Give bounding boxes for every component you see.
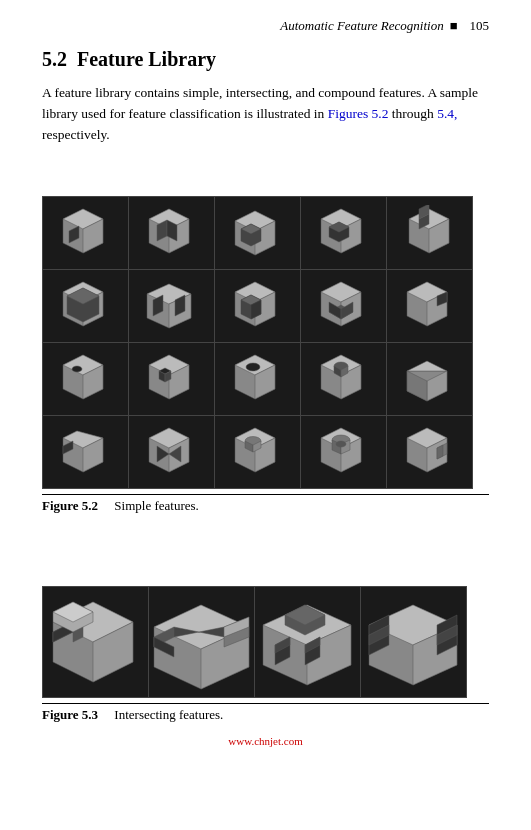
shape-r4c2 xyxy=(141,424,203,480)
shape-r2c1 xyxy=(55,278,117,334)
figure52-label: Figure 5.2 xyxy=(42,498,98,513)
svg-point-63 xyxy=(246,363,260,371)
header-title: Automatic Feature Recognition xyxy=(280,18,443,34)
figure53-container: Figure 5.3 Intersecting features. xyxy=(42,586,489,723)
grid-cell-2-5 xyxy=(387,270,472,342)
page-number: 105 xyxy=(470,18,490,34)
fig53-shape-1 xyxy=(43,587,148,697)
shape-r4c4 xyxy=(313,424,375,480)
fig53-cell-1 xyxy=(43,587,148,697)
grid-cell-4-4 xyxy=(301,416,386,488)
grid-cell-2-4 xyxy=(301,270,386,342)
fig53-shape-4 xyxy=(361,587,466,697)
svg-marker-71 xyxy=(407,361,447,371)
spacer1 xyxy=(42,160,489,178)
grid-cell-2-3 xyxy=(215,270,300,342)
figure52-grid xyxy=(42,196,473,489)
grid-cell-3-2 xyxy=(129,343,214,415)
fig53-cell-2 xyxy=(149,587,254,697)
svg-point-95 xyxy=(336,441,346,447)
shape-r2c5 xyxy=(399,278,461,334)
figure53-label: Figure 5.3 xyxy=(42,707,98,722)
grid-cell-3-5 xyxy=(387,343,472,415)
grid-cell-3-1 xyxy=(43,343,128,415)
grid-cell-1-3 xyxy=(215,197,300,269)
shape-r1c4 xyxy=(313,205,375,261)
fig53-cell-3 xyxy=(255,587,360,697)
shape-r4c3 xyxy=(227,424,289,480)
grid-cell-4-3 xyxy=(215,416,300,488)
grid-cell-3-4 xyxy=(301,343,386,415)
fig53-cell-4 xyxy=(361,587,466,697)
shape-r3c2 xyxy=(141,351,203,407)
grid-cell-4-2 xyxy=(129,416,214,488)
svg-point-53 xyxy=(72,366,82,372)
spacer3 xyxy=(42,538,489,556)
shape-r4c5 xyxy=(399,424,461,480)
watermark: www.chnjet.com xyxy=(42,735,489,747)
grid-cell-4-5 xyxy=(387,416,472,488)
shape-r1c2 xyxy=(141,205,203,261)
shape-r3c3 xyxy=(227,351,289,407)
fig53-shape-3 xyxy=(255,587,360,697)
body-paragraph: A feature library contains simple, inter… xyxy=(42,83,489,146)
shape-r2c3 xyxy=(227,278,289,334)
shape-r3c1 xyxy=(55,351,117,407)
grid-cell-1-5 xyxy=(387,197,472,269)
shape-r2c4 xyxy=(313,278,375,334)
section-title: 5.2 Feature Library xyxy=(42,48,489,71)
figure53-caption-desc: Intersecting features. xyxy=(114,707,223,722)
grid-cell-3-3 xyxy=(215,343,300,415)
shape-r1c1 xyxy=(55,205,117,261)
shape-r3c4 xyxy=(313,351,375,407)
header-sep: ■ xyxy=(450,18,458,34)
figure52-container: Figure 5.2 Simple features. xyxy=(42,196,489,514)
grid-cell-1-1 xyxy=(43,197,128,269)
figure53-caption: Figure 5.3 Intersecting features. xyxy=(42,703,489,723)
fig53-shape-2 xyxy=(149,587,254,697)
shape-r2c2 xyxy=(141,278,203,334)
grid-cell-2-2 xyxy=(129,270,214,342)
shape-r4c1 xyxy=(55,424,117,480)
figure52-caption: Figure 5.2 Simple features. xyxy=(42,494,489,514)
figure52-caption-desc: Simple features. xyxy=(114,498,198,513)
grid-cell-1-2 xyxy=(129,197,214,269)
grid-cell-1-4 xyxy=(301,197,386,269)
grid-cell-2-1 xyxy=(43,270,128,342)
spacer2 xyxy=(42,520,489,538)
shape-r1c3 xyxy=(227,205,289,261)
figure54-link[interactable]: 5.4, xyxy=(437,106,457,121)
figure53-grid xyxy=(42,586,467,698)
page-header: Automatic Feature Recognition ■ 105 xyxy=(42,18,489,34)
shape-r3c5 xyxy=(399,351,461,407)
figure52-link[interactable]: Figures 5.2 xyxy=(328,106,389,121)
shape-r1c5 xyxy=(399,205,461,261)
figure52-caption-text xyxy=(101,498,111,513)
grid-cell-4-1 xyxy=(43,416,128,488)
page: Automatic Feature Recognition ■ 105 5.2 … xyxy=(0,0,531,830)
